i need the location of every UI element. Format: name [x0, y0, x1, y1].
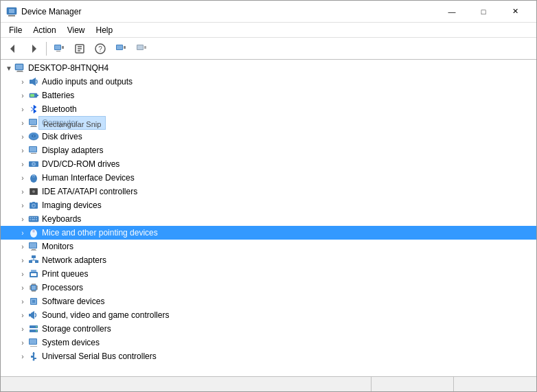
menu-help[interactable]: Help	[91, 24, 119, 36]
tree-item-mice[interactable]: › Mice and other pointing devices	[1, 226, 536, 240]
tree-item-audio[interactable]: › Audio inputs and outputs	[1, 75, 536, 89]
ide-icon	[28, 186, 39, 197]
svg-rect-106	[30, 346, 37, 347]
usb-expand-icon[interactable]: ›	[17, 351, 28, 362]
svg-point-103	[36, 330, 37, 332]
audio-expand-icon[interactable]: ›	[17, 76, 28, 87]
back-button[interactable]	[3, 40, 23, 58]
monitors-expand-icon[interactable]: ›	[17, 241, 28, 252]
show-hidden-button[interactable]	[132, 40, 151, 58]
maximize-button[interactable]: □	[468, 1, 499, 23]
storage-label: Storage controllers	[42, 324, 111, 334]
sound-expand-icon[interactable]: ›	[17, 310, 28, 321]
usb-icon	[28, 351, 39, 362]
tree-root[interactable]: ▼ DESKTOP-8HTNQH4	[1, 61, 536, 75]
tree-item-computer[interactable]: › Computer Rectangular Snip	[1, 116, 536, 130]
imaging-label: Imaging devices	[42, 200, 102, 210]
tree-item-disk[interactable]: › Disk drives	[1, 130, 536, 143]
svg-rect-8	[62, 46, 64, 49]
svg-rect-33	[31, 126, 36, 126]
ide-expand-icon[interactable]: ›	[17, 186, 28, 197]
menu-file[interactable]: File	[3, 24, 27, 36]
batteries-expand-icon[interactable]: ›	[17, 90, 28, 101]
svg-rect-61	[30, 219, 31, 220]
tree-item-processors[interactable]: ›	[1, 281, 536, 295]
tree-item-sound[interactable]: › Sound, video and game controllers	[1, 308, 536, 322]
tree-view[interactable]: ▼ DESKTOP-8HTNQH4 ›	[1, 60, 536, 376]
hid-icon	[28, 172, 39, 183]
processors-icon	[28, 282, 39, 293]
tree-item-network[interactable]: › Network adapters	[1, 253, 536, 267]
tree-item-batteries[interactable]: › Batteries	[1, 89, 536, 102]
network-label: Network adapters	[42, 255, 106, 265]
tree-item-bluetooth[interactable]: › Bluetooth	[1, 102, 536, 116]
root-expand-icon[interactable]: ▼	[3, 62, 14, 73]
hid-expand-icon[interactable]: ›	[17, 172, 28, 183]
mice-expand-icon[interactable]: ›	[17, 227, 28, 238]
computer-expand-icon[interactable]: ›	[17, 117, 28, 128]
svg-rect-63	[36, 219, 37, 220]
imaging-expand-icon[interactable]: ›	[17, 200, 28, 211]
network-expand-icon[interactable]: ›	[17, 255, 28, 266]
sound-icon	[28, 310, 39, 321]
svg-rect-60	[36, 217, 37, 218]
svg-rect-81	[32, 286, 36, 290]
window-title: Device Manager	[21, 7, 436, 16]
display-icon	[28, 145, 39, 156]
storage-icon	[28, 323, 39, 334]
svg-marker-30	[31, 105, 36, 113]
root-label: DESKTOP-8HTNQH4	[28, 63, 108, 73]
batteries-label: Batteries	[42, 91, 74, 100]
sound-label: Sound, video and game controllers	[42, 310, 169, 320]
minimize-button[interactable]: —	[436, 1, 468, 23]
tree-item-hid[interactable]: › Human Interface Devices	[1, 171, 536, 185]
tree-item-system[interactable]: › System devices	[1, 336, 536, 349]
hid-label: Human Interface Devices	[42, 173, 135, 183]
disk-expand-icon[interactable]: ›	[17, 131, 28, 142]
display-expand-icon[interactable]: ›	[17, 145, 28, 156]
tree-item-dvd[interactable]: › DVD/CD-ROM drives	[1, 157, 536, 171]
processors-expand-icon[interactable]: ›	[17, 282, 28, 293]
software-label: Software devices	[42, 297, 104, 306]
tree-item-ide[interactable]: › IDE ATA/ATAPI controllers	[1, 185, 536, 198]
tree-item-storage[interactable]: › Storage controllers	[1, 322, 536, 336]
tree-item-software[interactable]: › Software devices	[1, 295, 536, 308]
storage-expand-icon[interactable]: ›	[17, 323, 28, 334]
svg-point-38	[33, 135, 34, 136]
title-bar: Device Manager — □ ✕	[1, 1, 536, 23]
usb-label: Universal Serial Bus controllers	[42, 351, 157, 361]
bluetooth-label: Bluetooth	[42, 104, 77, 114]
tree-item-monitors[interactable]: › Monitors	[1, 240, 536, 253]
keyboards-expand-icon[interactable]: ›	[17, 214, 28, 224]
menu-view[interactable]: View	[62, 24, 91, 36]
bluetooth-expand-icon[interactable]: ›	[17, 104, 28, 115]
close-button[interactable]: ✕	[499, 1, 531, 23]
svg-point-102	[36, 326, 37, 327]
print-expand-icon[interactable]: ›	[17, 268, 28, 279]
menu-action[interactable]: Action	[27, 24, 61, 36]
properties-button[interactable]	[70, 40, 89, 58]
svg-rect-95	[31, 299, 36, 304]
svg-rect-40	[30, 147, 36, 152]
audio-label: Audio inputs and outputs	[42, 77, 133, 87]
device-manager-icon-button[interactable]	[49, 40, 69, 58]
software-expand-icon[interactable]: ›	[17, 296, 28, 307]
status-segment-1	[1, 377, 372, 391]
svg-rect-55	[32, 202, 35, 203]
tree-item-imaging[interactable]: › Imaging devices	[1, 198, 536, 212]
content-area: ▼ DESKTOP-8HTNQH4 ›	[1, 60, 536, 376]
help-button[interactable]: ?	[91, 40, 110, 58]
svg-rect-28	[37, 95, 38, 96]
forward-button[interactable]	[24, 40, 43, 58]
system-expand-icon[interactable]: ›	[17, 337, 28, 348]
update-driver-button[interactable]	[111, 40, 130, 58]
tree-item-usb[interactable]: › Universal Serial Bus controllers	[1, 349, 536, 363]
ide-label: IDE ATA/ATAPI controllers	[42, 187, 137, 196]
svg-rect-71	[32, 255, 36, 258]
svg-text:?: ?	[98, 45, 102, 53]
dvd-expand-icon[interactable]: ›	[17, 159, 28, 170]
tree-item-print[interactable]: › Print queues	[1, 267, 536, 281]
tree-item-keyboards[interactable]: › Keyboards	[1, 212, 536, 226]
svg-rect-78	[31, 273, 36, 276]
tree-item-display[interactable]: › Display adapters	[1, 143, 536, 157]
